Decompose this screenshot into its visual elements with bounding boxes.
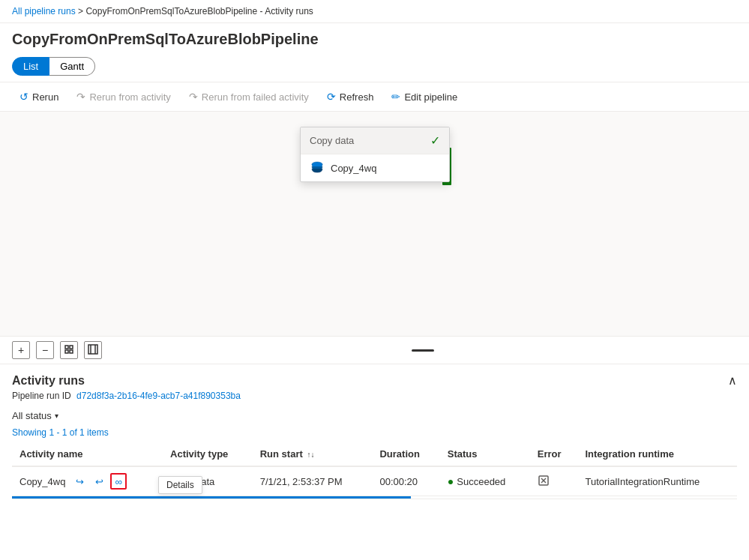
status-filter[interactable]: All status ▾ — [12, 407, 737, 427]
expand-icon — [88, 344, 98, 356]
breadcrumb-link[interactable]: All pipeline runs — [12, 6, 76, 16]
col-activity-type: Activity type — [163, 442, 253, 466]
activity-runs-section: Activity runs ∧ Pipeline run ID d72d8f3a… — [0, 364, 749, 499]
activity-dropdown-header: Copy data ✓ — [301, 127, 449, 154]
rerun-from-failed-button[interactable]: ↷ Rerun from failed activity — [181, 87, 316, 106]
rerun-from-failed-icon: ↷ — [189, 91, 198, 103]
input-output-button[interactable]: ↪ — [71, 473, 88, 490]
row-actions: Copy_4wq ↪ ↩ ∞ — [19, 473, 155, 490]
activity-runs-table-container: Activity name Activity type Run start ↑↓… — [12, 442, 737, 499]
status-filter-label: All status — [12, 410, 52, 421]
view-toggle-group: List Gantt — [0, 54, 749, 82]
page-title: CopyFromOnPremSqlToAzureBlobPipeline — [0, 23, 749, 54]
output-icon: ↩ — [95, 476, 103, 487]
svg-rect-2 — [70, 346, 73, 349]
details-icon: ∞ — [115, 476, 122, 487]
progress-bar — [12, 496, 411, 499]
input-icon: ↪ — [76, 476, 84, 487]
check-icon: ✓ — [430, 133, 440, 148]
zoom-out-button[interactable]: − — [36, 341, 54, 359]
showing-text: Showing — [12, 427, 46, 438]
rerun-button[interactable]: ↺ Rerun — [12, 87, 66, 106]
svg-rect-1 — [65, 346, 68, 349]
activity-dropdown: Copy data ✓ Copy_4wq — [300, 127, 450, 182]
status-text: Succeeded — [457, 476, 505, 487]
activity-runs-table: Activity name Activity type Run start ↑↓… — [12, 442, 737, 499]
activity-dropdown-item[interactable]: Copy_4wq — [301, 154, 449, 181]
showing-range: 1 - 1 — [49, 427, 67, 438]
edit-pipeline-button[interactable]: ✏ Edit pipeline — [384, 87, 465, 106]
activity-name-text: Copy_4wq — [19, 476, 65, 487]
showing-suffix: of 1 items — [70, 427, 109, 438]
table-row: Copy_4wq ↪ ↩ ∞ — [12, 466, 737, 496]
rerun-icon: ↺ — [19, 91, 28, 103]
scroll-bar — [412, 349, 434, 352]
section-title: Activity runs — [12, 374, 85, 388]
zoom-in-button[interactable]: + — [12, 341, 30, 359]
details-button[interactable]: ∞ — [110, 473, 127, 490]
chevron-down-icon: ▾ — [55, 412, 58, 420]
cell-status: ● Succeeded — [440, 466, 530, 496]
cell-integration-runtime: TutorialIntegrationRuntime — [577, 466, 737, 496]
cell-activity-name: Copy_4wq ↪ ↩ ∞ — [12, 466, 163, 496]
rerun-from-activity-button[interactable]: ↷ Rerun from activity — [69, 87, 178, 106]
details-tooltip: Details — [158, 476, 202, 494]
expand-view-button[interactable] — [84, 341, 102, 359]
collapse-button[interactable]: ∧ — [728, 373, 737, 388]
refresh-icon: ⟳ — [327, 91, 336, 103]
plus-icon: + — [18, 344, 24, 356]
scroll-indicator — [108, 349, 737, 352]
refresh-button[interactable]: ⟳ Refresh — [319, 87, 382, 106]
status-success: ● Succeeded — [448, 475, 523, 487]
section-header: Activity runs ∧ — [12, 364, 737, 391]
col-duration: Duration — [372, 442, 439, 466]
pipeline-run-id-link[interactable]: d72d8f3a-2b16-4fe9-acb7-a41f890353ba — [76, 391, 241, 401]
output-button[interactable]: ↩ — [91, 473, 107, 490]
fit-view-button[interactable] — [60, 341, 78, 359]
cell-duration: 00:00:20 — [372, 466, 439, 496]
fit-icon — [64, 344, 74, 356]
pipeline-run-id-label: Pipeline run ID — [12, 391, 71, 401]
list-view-button[interactable]: List — [12, 57, 49, 76]
svg-rect-4 — [70, 350, 73, 353]
svg-rect-5 — [88, 345, 97, 354]
col-integration-runtime: Integration runtime — [577, 442, 737, 466]
copy-data-icon — [310, 160, 325, 175]
activity-dropdown-item-name: Copy_4wq — [331, 163, 376, 174]
breadcrumb-separator: > — [78, 6, 83, 16]
col-run-start[interactable]: Run start ↑↓ — [253, 442, 373, 466]
col-error: Error — [530, 442, 578, 466]
minus-icon: − — [42, 344, 48, 356]
showing-count: Showing 1 - 1 of 1 items — [12, 427, 737, 438]
col-status: Status — [440, 442, 530, 466]
col-activity-name: Activity name — [12, 442, 163, 466]
sort-icon: ↑↓ — [307, 451, 314, 459]
rerun-from-activity-icon: ↷ — [76, 91, 85, 103]
activity-dropdown-title: Copy data — [310, 135, 354, 146]
breadcrumb: All pipeline runs > CopyFromOnPremSqlToA… — [0, 0, 749, 23]
pipeline-canvas: Copy data ✓ Copy_4wq — [0, 112, 749, 337]
error-icon — [538, 478, 550, 489]
pipeline-run-id-row: Pipeline run ID d72d8f3a-2b16-4fe9-acb7-… — [12, 391, 737, 401]
zoom-controls: + − — [0, 337, 749, 364]
toolbar: ↺ Rerun ↷ Rerun from activity ↷ Rerun fr… — [0, 82, 749, 112]
cell-run-start: 7/1/21, 2:53:37 PM — [253, 466, 373, 496]
cell-error — [530, 466, 578, 496]
svg-rect-3 — [65, 350, 68, 353]
edit-icon: ✏ — [391, 91, 400, 103]
gantt-view-button[interactable]: Gantt — [49, 57, 95, 76]
progress-bar-row — [12, 496, 737, 499]
table-header-row: Activity name Activity type Run start ↑↓… — [12, 442, 737, 466]
success-icon: ● — [448, 475, 454, 487]
breadcrumb-current: CopyFromOnPremSqlToAzureBlobPipeline - A… — [85, 6, 313, 16]
